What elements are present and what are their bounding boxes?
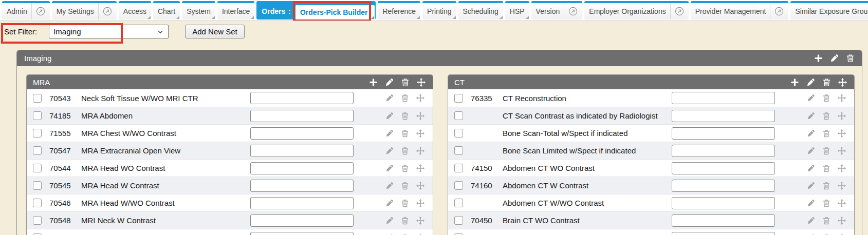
row-move-button[interactable] [416, 164, 424, 172]
row-edit-button[interactable] [807, 112, 815, 120]
category-edit-set-button[interactable] [385, 78, 394, 87]
row-delete-button[interactable] [822, 217, 830, 225]
row-edit-button[interactable] [807, 94, 815, 102]
order-checkbox[interactable] [454, 111, 463, 120]
row-delete-button[interactable] [401, 217, 409, 225]
row-delete-button[interactable] [822, 199, 830, 207]
row-delete-button[interactable] [401, 129, 409, 138]
order-note-input[interactable] [672, 180, 775, 192]
order-note-input[interactable] [672, 92, 775, 104]
tab-hsp[interactable]: HSP [505, 1, 529, 19]
order-note-input[interactable] [672, 127, 775, 140]
order-checkbox[interactable] [454, 216, 463, 225]
order-note-input[interactable] [672, 232, 775, 235]
open-in-new-window-button[interactable] [670, 3, 684, 19]
order-checkbox[interactable] [454, 199, 463, 207]
row-move-button[interactable] [838, 129, 846, 138]
tab-my-settings[interactable]: My Settings [52, 1, 117, 19]
row-move-button[interactable] [416, 112, 424, 120]
tab-orders-pick-builder[interactable]: Orders-Pick Builder [296, 5, 375, 19]
row-edit-button[interactable] [385, 199, 394, 207]
row-delete-button[interactable] [401, 199, 409, 207]
row-delete-button[interactable] [822, 94, 830, 102]
row-edit-button[interactable] [385, 94, 394, 102]
order-checkbox[interactable] [33, 94, 42, 103]
row-delete-button[interactable] [822, 164, 830, 172]
row-edit-button[interactable] [385, 182, 394, 190]
order-note-input[interactable] [672, 145, 775, 157]
row-edit-button[interactable] [807, 164, 815, 172]
category-edit-set-button[interactable] [806, 78, 815, 87]
tab-similar-exposure-groups-segs[interactable]: Similar Exposure Groups (SEGs) [790, 1, 868, 19]
row-delete-button[interactable] [822, 147, 830, 155]
order-checkbox[interactable] [33, 111, 42, 120]
tab-chart[interactable]: Chart [153, 1, 180, 19]
order-checkbox[interactable] [454, 164, 463, 172]
tab-interface[interactable]: Interface [217, 1, 254, 19]
category-delete-set-button[interactable] [822, 78, 831, 87]
order-checkbox[interactable] [454, 146, 463, 155]
row-edit-button[interactable] [385, 217, 394, 225]
order-checkbox[interactable] [33, 164, 42, 172]
row-edit-button[interactable] [807, 147, 815, 155]
order-checkbox[interactable] [33, 181, 42, 190]
row-delete-button[interactable] [401, 112, 409, 120]
imaging-add-set-button[interactable] [814, 54, 823, 63]
add-new-set-button[interactable]: Add New Set [185, 25, 245, 38]
row-delete-button[interactable] [822, 112, 830, 120]
row-move-button[interactable] [838, 217, 846, 225]
row-move-button[interactable] [838, 147, 846, 155]
open-in-new-window-button[interactable] [98, 3, 112, 19]
row-move-button[interactable] [838, 94, 846, 102]
order-checkbox[interactable] [33, 129, 42, 138]
order-checkbox[interactable] [33, 199, 42, 207]
row-delete-button[interactable] [401, 147, 409, 155]
row-move-button[interactable] [416, 147, 424, 155]
row-move-button[interactable] [838, 182, 846, 190]
order-note-input[interactable] [672, 110, 775, 122]
category-add-set-button[interactable] [790, 78, 799, 87]
tab-orders[interactable]: Orders:Orders-Pick Builder [256, 1, 376, 19]
row-move-button[interactable] [838, 164, 846, 172]
order-checkbox[interactable] [454, 129, 463, 138]
row-edit-button[interactable] [807, 182, 815, 190]
order-note-input[interactable] [672, 197, 775, 209]
tab-provider-management[interactable]: Provider Management [691, 1, 789, 19]
tab-employer-organizations[interactable]: Employer Organizations [584, 1, 688, 19]
row-move-button[interactable] [416, 199, 424, 207]
set-filter-dropdown[interactable]: Imaging [49, 25, 169, 38]
order-note-input[interactable] [250, 145, 354, 157]
order-note-input[interactable] [250, 162, 354, 174]
imaging-edit-set-button[interactable] [830, 54, 839, 63]
row-edit-button[interactable] [807, 199, 815, 207]
order-checkbox[interactable] [33, 216, 42, 225]
row-edit-button[interactable] [385, 129, 394, 138]
row-edit-button[interactable] [385, 112, 394, 120]
row-delete-button[interactable] [401, 94, 409, 102]
category-move-set-button[interactable] [417, 78, 426, 87]
row-move-button[interactable] [416, 94, 424, 102]
tab-access[interactable]: Access [119, 1, 151, 19]
open-in-new-window-button[interactable] [564, 3, 578, 19]
row-delete-button[interactable] [822, 182, 830, 190]
imaging-delete-set-button[interactable] [846, 54, 855, 63]
category-move-set-button[interactable] [838, 78, 847, 87]
open-in-new-window-button[interactable] [770, 3, 784, 19]
order-note-input[interactable] [250, 110, 354, 122]
row-move-button[interactable] [838, 112, 846, 120]
tab-system[interactable]: System [182, 1, 215, 19]
order-note-input[interactable] [672, 162, 775, 174]
row-move-button[interactable] [416, 217, 424, 225]
order-checkbox[interactable] [33, 146, 42, 155]
tab-reference[interactable]: Reference [378, 1, 420, 19]
row-edit-button[interactable] [807, 217, 815, 225]
row-edit-button[interactable] [807, 129, 815, 138]
row-move-button[interactable] [416, 129, 424, 138]
row-move-button[interactable] [416, 182, 424, 190]
row-delete-button[interactable] [822, 129, 830, 138]
order-checkbox[interactable] [454, 181, 463, 190]
order-checkbox[interactable] [454, 94, 463, 103]
order-note-input[interactable] [250, 214, 354, 227]
row-edit-button[interactable] [385, 164, 394, 172]
tab-scheduling[interactable]: Scheduling [458, 1, 503, 19]
